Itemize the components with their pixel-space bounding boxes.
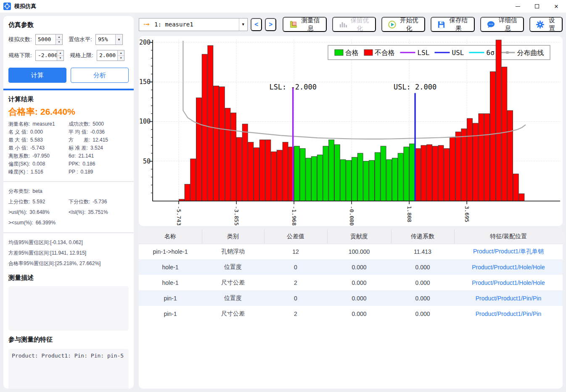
distribution-item: >usl(%):30.648%: [8, 207, 69, 218]
stat-label: 峰度(K) :: [8, 169, 28, 175]
column-header: 名称: [139, 229, 202, 244]
spin-up-button[interactable]: ▲: [118, 50, 124, 56]
stat-label: 离散系数:: [8, 153, 30, 159]
stat-value: 5.592: [32, 199, 45, 205]
gear-icon: [536, 20, 545, 29]
histogram-bar: [294, 146, 300, 201]
table-row[interactable]: pin-1位置度00.0000.000Product/Product1/Pin/…: [139, 290, 563, 306]
histogram-bar: [185, 184, 190, 201]
stat-label: 偏度(SK):: [8, 161, 30, 167]
stat-item: PPK:0.186: [69, 160, 129, 168]
measured-features-list: Product: Product1: Pin: Pin: pin-5: [8, 349, 129, 389]
prev-measure-button[interactable]: <: [251, 18, 262, 31]
assembly-link[interactable]: Product/Product1/Hole/Hole: [454, 259, 563, 275]
table-cell: 2: [264, 275, 327, 290]
table-row[interactable]: hole-1尺寸公差20.0000.000Product/Product1/Ho…: [139, 275, 563, 290]
histogram-bar: [473, 123, 478, 201]
spec-lower-value: -2.000: [36, 50, 57, 61]
calculate-button[interactable]: 计算: [8, 68, 66, 83]
histogram-bar: [381, 146, 386, 201]
stat-label: 上分位数:: [8, 199, 30, 205]
table-cell: 尺寸公差: [202, 306, 264, 321]
distribution-row: >usl(%):30.648%<lsl(%):35.751%: [8, 207, 129, 218]
histogram-bar: [271, 152, 277, 201]
table-row[interactable]: pin-1尺寸公差20.0000.000Product/Product1/Pin…: [139, 306, 563, 321]
histogram-bar: [231, 113, 236, 201]
sim-count-input[interactable]: 5000 ▲ ▼: [35, 34, 63, 45]
spin-down-button[interactable]: ▼: [56, 40, 62, 45]
x-tick-label: 3.695: [464, 206, 470, 222]
legend-swatch: [364, 50, 373, 55]
histogram-bar: [392, 158, 398, 201]
settings-button[interactable]: 设置: [529, 17, 563, 32]
legend-swatch: [335, 50, 343, 55]
stat-label: 成功次数:: [69, 121, 90, 127]
histogram-bar: [461, 129, 467, 201]
settings-label: 设置: [547, 16, 556, 32]
measure-selector[interactable]: 1: measure1 ▼: [139, 18, 248, 31]
histogram-bar: [254, 148, 259, 201]
assembly-link[interactable]: Product/Product1/单孔单销: [454, 244, 563, 259]
histogram-svg: 50100150200-5.743-3.855-1.968-0.0801.808…: [139, 36, 563, 226]
maximize-button[interactable]: [527, 0, 547, 13]
save-results-button[interactable]: 保存结果: [431, 17, 474, 32]
minimize-button[interactable]: [508, 0, 527, 13]
table-header: 名称类别公差值贡献度传递系数特征/装配位置: [139, 229, 563, 244]
detail-info-button[interactable]: 详细信息: [480, 17, 524, 32]
spec-lower-label: 规格下限:: [8, 52, 35, 59]
spin-up-button[interactable]: ▲: [56, 34, 62, 40]
usl-label: USL: 2.000: [394, 83, 436, 91]
maximize-icon: [535, 4, 539, 8]
stat-label: PPK:: [69, 161, 80, 167]
confidence-select[interactable]: 95% ▼: [95, 34, 123, 45]
spin-up-button[interactable]: ▲: [57, 50, 63, 56]
window-title: 模拟仿真: [14, 3, 36, 10]
histogram-bar: [438, 145, 444, 201]
start-optimize-button[interactable]: 开始优化: [381, 17, 425, 32]
histogram-bar: [352, 157, 357, 201]
histogram-bar: [415, 149, 421, 201]
features-section-title: 参与测量的特征: [3, 331, 134, 344]
lsl-label: LSL: -2.000: [269, 83, 317, 91]
close-button[interactable]: ✕: [547, 0, 566, 13]
spec-lower-input[interactable]: -2.000 ▲ ▼: [35, 50, 64, 61]
stats-right: 成功次数:5000平 均 值:-0.036方 差:12.415标 准 差:3.5…: [69, 120, 129, 176]
column-header: 类别: [202, 229, 264, 244]
spec-upper-input[interactable]: 2.000 ▲ ▼: [97, 50, 124, 61]
table-row[interactable]: pin-1->hole-1孔销浮动12100.00011.413Product/…: [139, 244, 563, 259]
stat-value: 0.000: [30, 129, 43, 135]
table-row[interactable]: hole-1位置度00.0000.000Product/Product1/Hol…: [139, 259, 563, 275]
sim-count-value: 5000: [36, 34, 56, 45]
feature-item: Product: Product1: Pin: Pin: pin-5: [12, 352, 125, 360]
sim-count-stepper: ▲ ▼: [56, 34, 62, 45]
stat-label: >usl(%):: [8, 209, 27, 215]
table-cell: 0.000: [327, 306, 391, 321]
spin-down-button[interactable]: ▼: [57, 56, 63, 61]
chevron-down-icon[interactable]: ▼: [239, 18, 247, 31]
section-divider: [3, 181, 134, 182]
histogram-bar: [398, 153, 403, 201]
stat-value: 66.399%: [36, 220, 56, 226]
window-controls: ✕: [508, 0, 566, 13]
close-icon: ✕: [554, 4, 559, 9]
stat-label: PP :: [69, 169, 78, 175]
next-measure-button[interactable]: >: [265, 18, 276, 31]
stat-value: 1.516: [31, 169, 43, 175]
assembly-link[interactable]: Product/Product1/Pin/Pin: [454, 306, 563, 321]
assembly-link[interactable]: Product/Product1/Pin/Pin: [454, 290, 563, 306]
measure-info-label: 测量信息: [301, 16, 320, 32]
analyze-button[interactable]: 分析: [71, 68, 129, 83]
measure-description-box[interactable]: [8, 286, 129, 331]
assembly-link[interactable]: Product/Product1/Hole/Hole: [454, 275, 563, 290]
spin-down-button[interactable]: ▼: [118, 56, 124, 61]
measure-info-button[interactable]: 测量信息: [283, 17, 326, 32]
distribution-item: 下分位数:-5.736: [69, 197, 129, 207]
chevron-down-icon[interactable]: ▼: [115, 34, 122, 45]
stat-value: beta: [32, 188, 42, 194]
stat-item: 方 差:12.415: [69, 136, 129, 144]
table-cell: 0.000: [391, 259, 454, 275]
keep-optimize-button[interactable]: 保留优化: [332, 17, 376, 32]
pass-rate-label: 合格率:: [8, 107, 38, 116]
legend-label: USL: [452, 49, 464, 57]
histogram-bar: [312, 156, 317, 201]
